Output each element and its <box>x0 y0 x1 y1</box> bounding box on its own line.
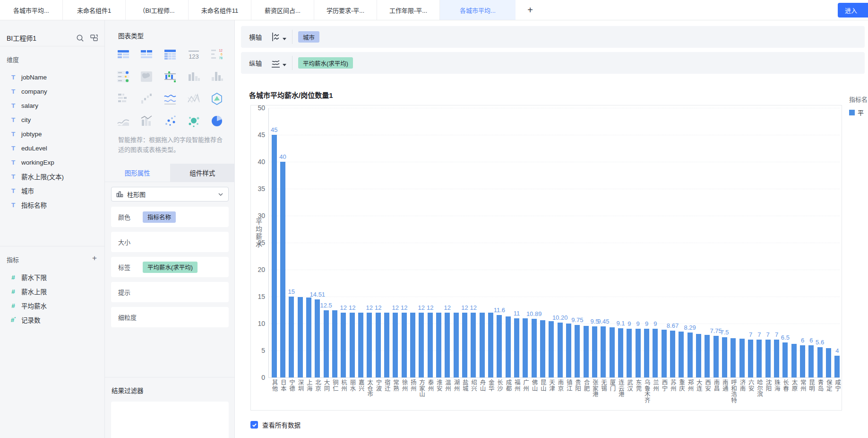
waterfall-icon[interactable] <box>135 88 159 110</box>
text-field-icon: T <box>9 145 17 152</box>
bar-value-label: 45 <box>271 126 277 133</box>
bar-value-label: 4 <box>835 347 839 354</box>
tab-component-style[interactable]: 组件样式 <box>170 164 235 182</box>
prop-card-5[interactable]: 细粒度 <box>111 307 229 327</box>
component-tab[interactable]: 各城市平均... <box>0 0 63 20</box>
bar <box>696 334 701 377</box>
bar <box>774 340 779 377</box>
component-tab[interactable]: （BI工程师... <box>126 0 189 20</box>
x-axis-type-button[interactable] <box>270 31 286 43</box>
scatter-icon[interactable] <box>158 110 182 132</box>
x-axis-field-pill[interactable]: 城市 <box>298 31 319 43</box>
prop-card-2[interactable]: 大小 <box>111 232 229 252</box>
dimension-item[interactable]: Tsalary <box>9 99 101 112</box>
column-chart-icon[interactable] <box>182 65 206 88</box>
y-axis-type-button[interactable] <box>270 57 286 69</box>
table-summary-icon[interactable] <box>112 43 135 65</box>
bar-value-label: 12.5 <box>320 302 332 309</box>
switch-dataset-icon[interactable] <box>89 33 99 43</box>
map-icon[interactable] <box>135 65 159 88</box>
table-pivot-icon[interactable] <box>158 43 182 65</box>
search-icon[interactable] <box>75 33 85 43</box>
dimension-item[interactable]: TworkingExp <box>9 156 101 168</box>
dataset-sidebar: BI工程师1 维度 TjobNameTcompanyTsalaryTcityTj… <box>0 20 105 438</box>
tab-graphic-properties[interactable]: 图形属性 <box>105 164 170 182</box>
bar-value-label: 12 <box>461 304 468 311</box>
area-chart-icon[interactable] <box>112 110 135 132</box>
progress-card-icon[interactable] <box>112 65 135 88</box>
dataset-name: BI工程师1 <box>7 33 70 43</box>
bar <box>445 313 450 377</box>
y-tick-label: 5 <box>251 347 265 354</box>
gridline <box>268 270 840 270</box>
dimension-item[interactable]: Tcity <box>9 114 101 126</box>
checkbox-checked-icon[interactable] <box>250 421 258 429</box>
bar <box>298 297 303 377</box>
metric-item[interactable]: #薪水上限 <box>9 285 101 298</box>
prop-card-1[interactable]: 颜色指标名称 <box>111 207 229 227</box>
x-category-label: 方家山 <box>419 379 425 397</box>
text-field-icon: T <box>9 201 17 209</box>
bar <box>670 331 675 377</box>
component-tab[interactable]: 薪资区间占... <box>251 0 314 20</box>
x-category-label: 舟山 <box>479 379 485 391</box>
component-tab[interactable]: 工作年限-平... <box>377 0 440 20</box>
dimension-item[interactable]: TeduLevel <box>9 142 101 154</box>
combo-chart-icon[interactable] <box>135 110 159 132</box>
enter-dashboard-button[interactable]: 进入 <box>838 3 868 18</box>
component-tab[interactable]: 未命名组件11 <box>189 0 251 20</box>
view-all-data-checkbox-row[interactable]: 查看所有数据 <box>250 420 301 429</box>
dimension-item[interactable]: T城市 <box>9 184 101 197</box>
pie-icon[interactable] <box>205 110 229 132</box>
metric-item[interactable]: #平均薪水 <box>9 299 101 312</box>
component-tab[interactable]: 学历要求-平... <box>314 0 377 20</box>
dimension-item[interactable]: T指标名称 <box>9 199 101 211</box>
number-field-icon: # <box>9 302 17 309</box>
bubble-icon[interactable] <box>182 110 206 132</box>
bar-value-label: 8.29 <box>684 324 696 331</box>
prop-card-4[interactable]: 提示 <box>111 282 229 302</box>
add-tab-button[interactable]: + <box>516 0 545 20</box>
component-tab[interactable]: 各城市平均... <box>440 0 516 20</box>
bar <box>826 348 831 377</box>
bar <box>428 313 433 377</box>
prop-field-pill[interactable]: 指标名称 <box>143 211 176 223</box>
y-tick-label: 25 <box>251 239 265 246</box>
x-category-label: 绍兴 <box>471 379 477 391</box>
radar-icon[interactable] <box>205 88 229 110</box>
divider <box>0 46 104 46</box>
dimension-item[interactable]: T薪水上限(文本) <box>9 170 101 183</box>
bar <box>808 345 814 377</box>
x-axis-label: 横轴 <box>249 32 270 42</box>
x-category-label: 六安 <box>748 379 754 391</box>
metric-item[interactable]: #薪水下限 <box>9 271 101 283</box>
x-category-label: 盐城 <box>462 379 468 391</box>
line-range-icon[interactable] <box>182 88 206 110</box>
add-metric-button[interactable]: + <box>92 254 97 262</box>
legend-item[interactable]: 平 <box>849 108 868 117</box>
y-tick-label: 45 <box>251 131 265 139</box>
bar <box>601 326 606 377</box>
chart-type-select[interactable]: 柱形图 <box>111 187 229 201</box>
dimension-item[interactable]: Tjobtype <box>9 128 101 140</box>
quota-card-icon[interactable]: 12678 <box>205 43 229 65</box>
dimension-item[interactable]: Tcompany <box>9 85 101 97</box>
prop-label: 大小 <box>118 237 143 246</box>
component-tab[interactable]: 未命名组件1 <box>63 0 126 20</box>
prop-card-3[interactable]: 标签平均薪水(求平均) <box>111 257 229 277</box>
result-filter-dropzone[interactable] <box>111 402 229 438</box>
bar-chart-plot: 平均薪水 0510152025303540455045其他40日本15宁德深圳上… <box>250 105 842 411</box>
number-card-icon[interactable]: 123 <box>182 43 206 65</box>
column-chart2-icon[interactable] <box>205 65 229 88</box>
caret-down-icon <box>283 64 286 66</box>
bar-chart-icon[interactable] <box>112 88 135 110</box>
column-bidirect-icon[interactable] <box>158 65 182 88</box>
x-category-label: 淮安 <box>436 379 442 391</box>
prop-field-pill[interactable]: 平均薪水(求平均) <box>143 262 198 273</box>
table-detail-icon[interactable] <box>135 43 159 65</box>
metric-item[interactable]: #*记录数 <box>9 314 101 326</box>
dimension-item[interactable]: TjobName <box>9 71 101 83</box>
y-axis-field-pill[interactable]: 平均薪水(求平均) <box>298 57 353 69</box>
smart-hint-text: 智能推荐：根据拖入的字段智能推荐合适的图表或表格类型。 <box>118 135 225 155</box>
line-chart-icon[interactable] <box>158 88 182 110</box>
